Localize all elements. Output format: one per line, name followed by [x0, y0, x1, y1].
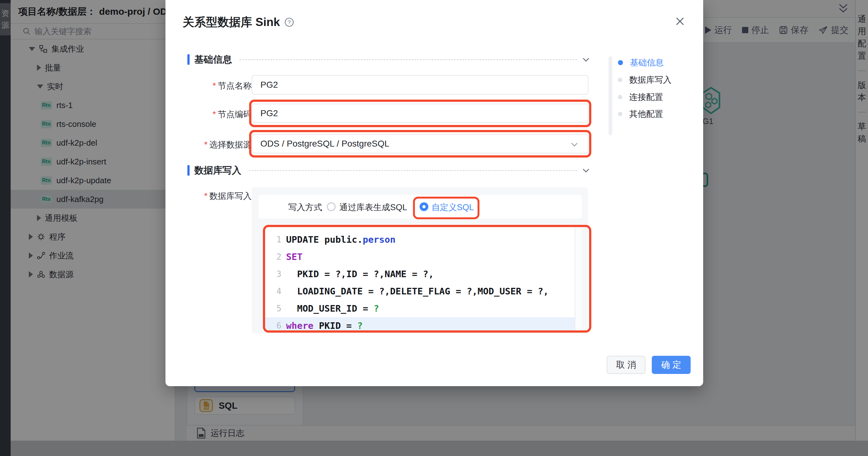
anchor-other-config[interactable]: 其他配置	[618, 108, 663, 120]
section-accent-bar	[187, 165, 190, 176]
anchor-basic-info[interactable]: 基础信息	[618, 57, 664, 68]
dialog-title: 关系型数据库 Sink	[183, 14, 280, 30]
node-code-input[interactable]: PG2	[252, 104, 588, 123]
close-icon[interactable]	[674, 15, 686, 28]
chevron-down-icon[interactable]	[582, 56, 590, 64]
dot-icon	[618, 112, 622, 116]
node-name-input[interactable]: PG2	[252, 75, 588, 95]
editor-scroll-gutter[interactable]	[575, 227, 582, 331]
chevron-down-icon[interactable]	[582, 166, 590, 174]
dot-icon	[618, 60, 623, 65]
dot-icon	[618, 95, 622, 99]
datasource-label: *选择数据源	[187, 139, 252, 150]
help-icon[interactable]: ?	[284, 17, 294, 27]
db-write-panel: 写入方式 通过库表生成SQL 自定义SQL 1 2 3 4 5 6 UP	[252, 187, 588, 333]
radio-generate-sql[interactable]	[327, 202, 336, 211]
chevron-down-icon	[570, 140, 579, 150]
sql-editor[interactable]: 1 2 3 4 5 6 UPDATE public.person SET PKI…	[265, 227, 582, 331]
dashed-divider	[249, 170, 577, 171]
section-accent-bar	[187, 54, 190, 65]
db-write-label: *数据库写入	[187, 190, 252, 202]
sink-config-dialog: 关系型数据库 Sink ? 基础信息 *节点名称 PG2 *节点编码 PG2 *…	[165, 0, 703, 386]
section-basic-info: 基础信息	[187, 53, 590, 66]
node-code-label: *节点编码	[187, 109, 252, 120]
radio-custom-sql[interactable]	[420, 202, 428, 211]
anchor-connection-config[interactable]: 连接配置	[618, 92, 663, 103]
dashed-divider	[239, 59, 577, 60]
confirm-button[interactable]: 确 定	[652, 356, 691, 374]
anchor-db-write[interactable]: 数据库写入	[618, 74, 672, 86]
dot-icon	[618, 78, 622, 82]
app-window: 资源 项目名称/数据层： demo-proj / ODS 输入关键字搜索 集成作…	[0, 0, 868, 456]
datasource-select[interactable]: ODS / PostgreSQL / PostgreSQL	[252, 134, 588, 154]
svg-text:?: ?	[288, 20, 291, 25]
option-generate-sql[interactable]: 通过库表生成SQL	[339, 202, 407, 213]
anchor-rail	[609, 56, 612, 135]
option-custom-sql[interactable]: 自定义SQL	[432, 202, 474, 213]
node-name-label: *节点名称	[187, 80, 252, 92]
write-mode-label: 写入方式	[288, 202, 322, 213]
write-mode-box: 写入方式 通过库表生成SQL 自定义SQL	[258, 195, 582, 219]
section-db-write: 数据库写入	[187, 164, 590, 176]
cancel-button[interactable]: 取 消	[607, 356, 646, 374]
line-numbers: 1 2 3 4 5 6	[265, 231, 281, 331]
sql-code: UPDATE public.person SET PKID = ?,ID = ?…	[286, 231, 549, 331]
